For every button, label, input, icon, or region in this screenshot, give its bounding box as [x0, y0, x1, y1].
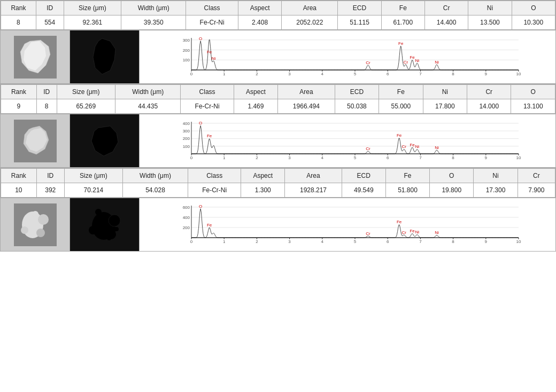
svg-text:Ni: Ni	[435, 145, 439, 150]
col-header: Class	[188, 169, 241, 183]
svg-text:5: 5	[354, 72, 357, 76]
svg-point-102	[95, 209, 102, 215]
col-header: Area	[278, 85, 335, 99]
image-chart-row-0: 100200300012345678910OFeNiCrFeCrFeNiNi	[1, 30, 555, 83]
cell-value: 92.361	[64, 15, 121, 30]
image-chart-row-1: 100200300400012345678910OFeCrFeCrFeNiNi	[1, 114, 555, 167]
cell-value: 61.700	[381, 15, 424, 30]
col-header: Size (μm)	[64, 169, 122, 183]
col-header: Rank	[1, 169, 37, 183]
cell-value: 49.549	[342, 183, 385, 198]
particle-dark-image-1	[70, 114, 140, 167]
svg-text:400: 400	[183, 121, 190, 126]
svg-point-101	[89, 226, 97, 234]
cell-value: Fe-Cr-Ni	[186, 15, 238, 30]
cell-value: 70.214	[64, 183, 122, 198]
col-header: Width (μm)	[115, 85, 181, 99]
svg-text:4: 4	[321, 155, 324, 160]
svg-text:3: 3	[288, 239, 291, 244]
svg-text:9: 9	[485, 72, 488, 76]
svg-text:1: 1	[223, 155, 226, 160]
svg-point-94	[36, 229, 45, 237]
spectrum-chart-0: 100200300012345678910OFeNiCrFeCrFeNiNi	[140, 30, 555, 83]
col-header: Fe	[381, 1, 424, 15]
svg-text:2: 2	[256, 239, 258, 244]
svg-text:9: 9	[485, 155, 488, 160]
cell-value: 13.500	[468, 15, 512, 30]
cell-value: 2052.022	[282, 15, 338, 30]
svg-text:1: 1	[223, 239, 226, 244]
col-header: Cr	[424, 1, 468, 15]
svg-text:600: 600	[183, 205, 190, 210]
particle-light-image-1	[1, 114, 70, 167]
col-header: ID	[36, 1, 64, 15]
svg-text:Ni: Ni	[415, 58, 419, 63]
image-chart-row-2: 200400600012345678910OFeCrFeCrFeNiNi	[1, 198, 555, 251]
cell-value: 55.000	[379, 99, 423, 114]
col-header: ECD	[335, 85, 379, 99]
col-header: O	[511, 85, 555, 99]
svg-text:0: 0	[190, 72, 193, 76]
svg-text:Fe: Fe	[398, 41, 404, 46]
svg-text:200: 200	[183, 48, 190, 53]
data-table-1: RankIDSize (μm)Width (μm)ClassAspectArea…	[1, 84, 555, 114]
col-header: Width (μm)	[122, 169, 188, 183]
cell-value: 2.408	[238, 15, 281, 30]
svg-text:6: 6	[387, 72, 389, 76]
cell-value: 13.100	[511, 99, 555, 114]
cell-value: 8	[36, 99, 57, 114]
cell-value: 51.115	[338, 15, 381, 30]
col-header: Cr	[518, 169, 555, 183]
cell-value: 65.269	[57, 99, 115, 114]
cell-value: 17.300	[474, 183, 518, 198]
cell-value: 14.400	[424, 15, 468, 30]
data-table-2: RankIDSize (μm)Width (μm)ClassAspectArea…	[1, 168, 555, 198]
data-table-0: RankIDSize (μm)Width (μm)ClassAspectArea…	[1, 1, 555, 30]
svg-text:Ni: Ni	[415, 230, 419, 234]
svg-text:Cr: Cr	[366, 60, 370, 65]
svg-text:2: 2	[256, 72, 258, 76]
svg-text:O: O	[199, 121, 202, 126]
cell-value: 54.028	[122, 183, 188, 198]
col-header: Fe	[385, 169, 429, 183]
cell-value: 9	[1, 99, 37, 114]
particle-light-image-2	[1, 198, 70, 251]
svg-text:10: 10	[516, 239, 521, 244]
svg-text:O: O	[199, 204, 202, 209]
col-header: ID	[36, 169, 64, 183]
cell-value: 19.800	[430, 183, 474, 198]
col-header: Size (μm)	[64, 1, 121, 15]
svg-text:4: 4	[321, 72, 324, 76]
svg-text:Cr: Cr	[366, 231, 370, 236]
svg-point-96	[32, 211, 38, 217]
svg-text:8: 8	[452, 155, 454, 160]
svg-text:0: 0	[190, 239, 193, 244]
col-header: Class	[186, 1, 238, 15]
col-header: Rank	[1, 85, 37, 99]
cell-value: 8	[1, 15, 36, 30]
cell-value: 1966.494	[278, 99, 335, 114]
svg-text:300: 300	[183, 129, 190, 134]
col-header: Aspect	[234, 85, 277, 99]
svg-text:6: 6	[387, 239, 389, 244]
svg-text:400: 400	[183, 215, 190, 220]
svg-text:100: 100	[183, 58, 190, 62]
col-header: Size (μm)	[57, 85, 115, 99]
particle-dark-image-0	[70, 30, 140, 83]
cell-value: 10	[1, 183, 37, 198]
svg-text:Cr: Cr	[402, 144, 407, 149]
svg-text:7: 7	[419, 155, 422, 160]
particle-block-1: RankIDSize (μm)Width (μm)ClassAspectArea…	[0, 84, 556, 168]
svg-text:Fe: Fe	[397, 133, 402, 138]
col-header: O	[430, 169, 474, 183]
cell-value: 17.800	[423, 99, 467, 114]
spectrum-chart-2: 200400600012345678910OFeCrFeCrFeNiNi	[140, 198, 555, 251]
cell-value: 1.469	[234, 99, 277, 114]
svg-text:8: 8	[452, 239, 454, 244]
svg-text:5: 5	[354, 239, 357, 244]
svg-text:Fe: Fe	[207, 50, 212, 54]
svg-text:Ni: Ni	[415, 144, 419, 149]
svg-text:10: 10	[516, 155, 521, 160]
svg-text:8: 8	[452, 72, 454, 76]
svg-text:300: 300	[183, 38, 190, 43]
